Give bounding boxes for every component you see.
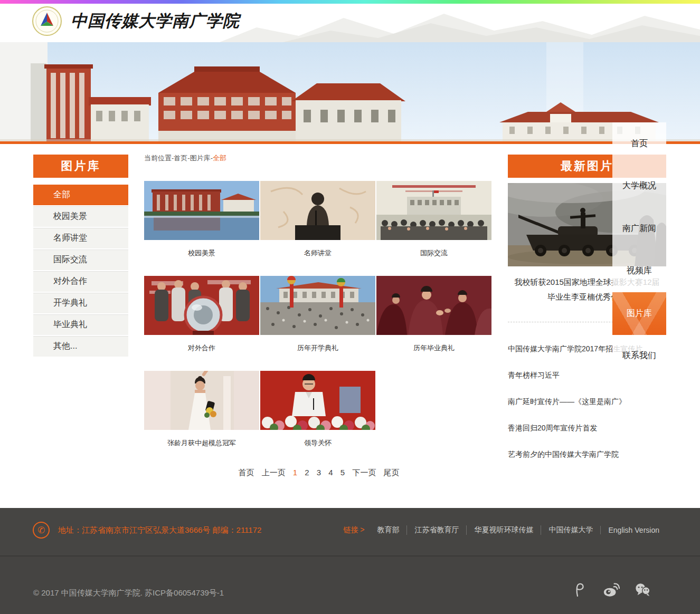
breadcrumb-label: 当前位置 bbox=[144, 154, 172, 162]
gallery-item-external-cooperation[interactable]: 对外合作 bbox=[144, 276, 259, 353]
page-4[interactable]: 4 bbox=[328, 468, 333, 477]
gallery-caption: 领导关怀 bbox=[260, 438, 375, 448]
sidebar-title: 图片库 bbox=[33, 155, 128, 178]
footer-link-jiangsu-edu[interactable]: 江苏省教育厅 bbox=[406, 525, 466, 535]
sidebar-item-opening-ceremony[interactable]: 开学典礼 bbox=[33, 293, 128, 314]
gallery-caption: 对外合作 bbox=[144, 343, 259, 353]
gallery-caption: 国际交流 bbox=[376, 248, 491, 258]
page-last[interactable]: 尾页 bbox=[384, 468, 400, 477]
photo-gallery-grid: 校园美景 名师讲堂 bbox=[144, 181, 494, 466]
nav-item-university-overview[interactable]: 大学概况 bbox=[612, 165, 666, 208]
nav-item-photo-library[interactable]: 图片库 bbox=[612, 292, 666, 335]
footer-info-bar: ✆ 地址：江苏省南京市江宁区弘景大道3666号 邮编：211172 链接 > 教… bbox=[0, 508, 700, 557]
gallery-caption: 张龄月获中超模总冠军 bbox=[144, 438, 259, 448]
p-icon[interactable] bbox=[571, 582, 588, 598]
gallery-item-graduation-ceremony[interactable]: 历年毕业典礼 bbox=[376, 276, 491, 353]
nav-item-video-library[interactable]: 视频库 bbox=[612, 250, 666, 293]
copyright-text: © 2017 中国传媒大学南广学院. 苏ICP备06054739号-1 bbox=[33, 588, 224, 598]
breadcrumb-current: 全部 bbox=[213, 154, 226, 162]
campus-hero-banner bbox=[0, 42, 700, 141]
breadcrumb-home[interactable]: 首页 bbox=[174, 154, 187, 162]
page-next[interactable]: 下一页 bbox=[352, 468, 376, 477]
nav-label: 图片库 bbox=[627, 308, 652, 319]
nav-item-home[interactable]: 首页 bbox=[612, 122, 666, 165]
gallery-item-campus-scenery[interactable]: 校园美景 bbox=[144, 181, 259, 258]
site-header: 中国传媒大学南广学院 bbox=[0, 4, 700, 42]
gallery-caption: 名师讲堂 bbox=[260, 248, 375, 258]
sidebar-item-others[interactable]: 其他... bbox=[33, 336, 128, 358]
footer-copyright-bar: © 2017 中国传媒大学南广学院. 苏ICP备06054739号-1 bbox=[0, 557, 700, 614]
footer-link-cuc[interactable]: 中国传媒大学 bbox=[541, 525, 600, 535]
international-exchange-thumbnail bbox=[376, 181, 491, 240]
gallery-caption: 历年开学典礼 bbox=[260, 343, 375, 353]
sidebar-item-international-exchange[interactable]: 国际交流 bbox=[33, 250, 128, 271]
breadcrumb-section[interactable]: 图片库 bbox=[190, 154, 211, 162]
nav-label: 视频库 bbox=[627, 265, 652, 276]
latest-item-art-exam-eve[interactable]: 艺考前夕的中国传媒大学南广学院 bbox=[508, 446, 666, 472]
mountain-skyline-watermark bbox=[220, 9, 700, 42]
nav-label: 联系我们 bbox=[622, 350, 656, 361]
nav-label: 首页 bbox=[631, 138, 648, 149]
rainbow-top-strip bbox=[0, 0, 700, 4]
external-cooperation-thumbnail bbox=[144, 276, 259, 335]
sidebar-item-master-lectures[interactable]: 名师讲堂 bbox=[33, 228, 128, 250]
breadcrumb: 当前位置-首页-图片库-全部 bbox=[144, 154, 226, 163]
latest-item-hongkong-20th[interactable]: 香港回归20周年宣传片首发 bbox=[508, 419, 666, 446]
nav-label: 大学概况 bbox=[622, 180, 656, 191]
campus-scenery-thumbnail bbox=[144, 181, 259, 240]
address-text: 地址：江苏省南京市江宁区弘景大道3666号 邮编：211172 bbox=[58, 525, 261, 535]
nav-item-contact[interactable]: 联系我们 bbox=[612, 335, 666, 378]
page-5[interactable]: 5 bbox=[340, 468, 345, 477]
gallery-caption: 历年毕业典礼 bbox=[376, 343, 491, 353]
site-name: 中国传媒大学南广学院 bbox=[71, 10, 240, 32]
page-first[interactable]: 首页 bbox=[238, 468, 254, 477]
photo-category-sidebar: 图片库 全部 校园美景 名师讲堂 国际交流 对外合作 开学典礼 毕业典礼 其他.… bbox=[33, 155, 128, 358]
links-label: 链接 > bbox=[343, 525, 364, 535]
footer-link-huaxia-media[interactable]: 华夏视听环球传媒 bbox=[466, 525, 541, 535]
phone-icon: ✆ bbox=[33, 522, 50, 539]
sidebar-item-campus-scenery[interactable]: 校园美景 bbox=[33, 206, 128, 228]
supermodel-champion-thumbnail bbox=[144, 371, 259, 430]
sidebar-item-all[interactable]: 全部 bbox=[33, 185, 128, 206]
page-2[interactable]: 2 bbox=[305, 468, 309, 477]
gallery-item-opening-ceremony[interactable]: 历年开学典礼 bbox=[260, 276, 375, 353]
page-3[interactable]: 3 bbox=[317, 468, 321, 477]
gallery-caption: 校园美景 bbox=[144, 248, 259, 258]
social-icons bbox=[571, 582, 651, 598]
footer-link-english-version[interactable]: English Version bbox=[600, 526, 667, 534]
gallery-item-supermodel-champion[interactable]: 张龄月获中超模总冠军 bbox=[144, 371, 259, 448]
page-1[interactable]: 1 bbox=[293, 468, 297, 477]
pagination: 首页 上一页 1 2 3 4 5 下一页 尾页 bbox=[144, 468, 494, 478]
gallery-item-leadership-care[interactable]: 领导关怀 bbox=[260, 371, 375, 448]
opening-ceremony-thumbnail bbox=[260, 276, 375, 335]
orange-divider bbox=[0, 141, 700, 144]
leadership-care-thumbnail bbox=[260, 371, 375, 430]
footer-link-moe[interactable]: 教育部 bbox=[370, 525, 406, 535]
sidebar-item-graduation-ceremony[interactable]: 毕业典礼 bbox=[33, 314, 128, 336]
footer-links: 链接 > 教育部 江苏省教育厅 华夏视听环球传媒 中国传媒大学 English … bbox=[343, 525, 667, 535]
sidebar-item-external-cooperation[interactable]: 对外合作 bbox=[33, 271, 128, 293]
page-prev[interactable]: 上一页 bbox=[262, 468, 286, 477]
main-nav: 首页 大学概况 南广新闻 视频库 图片库 联系我们 bbox=[612, 122, 666, 377]
university-emblem-icon bbox=[32, 6, 62, 36]
gallery-item-international-exchange[interactable]: 国际交流 bbox=[376, 181, 491, 258]
gallery-item-master-lectures[interactable]: 名师讲堂 bbox=[260, 181, 375, 258]
master-lectures-thumbnail bbox=[260, 181, 375, 240]
graduation-ceremony-thumbnail bbox=[376, 276, 491, 335]
nav-item-news[interactable]: 南广新闻 bbox=[612, 207, 666, 250]
site-logo[interactable]: 中国传媒大学南广学院 bbox=[32, 6, 240, 36]
nav-label: 南广新闻 bbox=[622, 223, 656, 234]
weibo-icon[interactable] bbox=[603, 582, 620, 598]
wechat-icon[interactable] bbox=[635, 582, 651, 598]
latest-item-timelapse-film[interactable]: 南广延时宣传片——《这里是南广》 bbox=[508, 393, 666, 419]
